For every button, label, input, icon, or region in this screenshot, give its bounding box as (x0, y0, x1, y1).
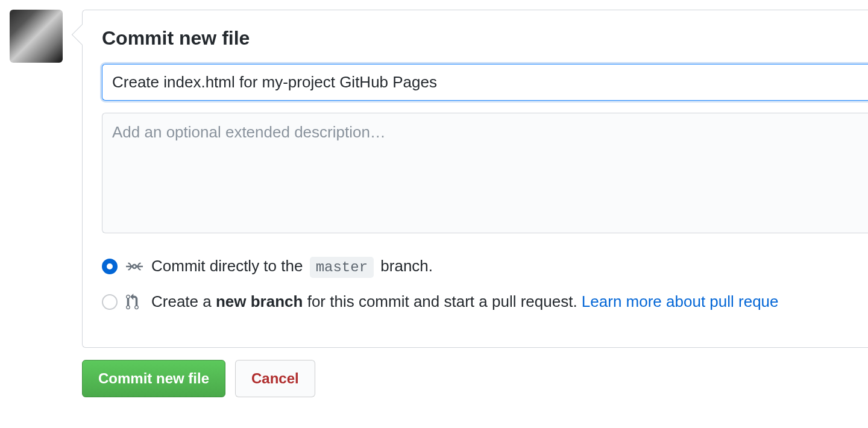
opt-nb-t2: for this commit and start a pull request… (303, 292, 581, 310)
svg-rect-2 (126, 265, 131, 266)
git-pull-request-icon (126, 294, 143, 310)
commit-panel: Commit new file Commit directly to the (82, 10, 868, 348)
cancel-button[interactable]: Cancel (235, 360, 315, 397)
learn-more-link[interactable]: Learn more about pull reque (582, 292, 779, 310)
opt-nb-t1: Create a (151, 292, 216, 310)
panel-title: Commit new file (102, 27, 868, 49)
radio-checked-icon[interactable] (102, 259, 118, 274)
branch-name-badge: master (310, 257, 374, 278)
option-commit-direct[interactable]: Commit directly to the master branch. (102, 257, 868, 275)
svg-point-1 (133, 265, 136, 268)
radio-unchecked-icon[interactable] (102, 294, 118, 310)
opt-nb-bold: new branch (216, 292, 303, 310)
opt-direct-prefix: Commit directly to the (151, 257, 303, 275)
git-commit-icon (126, 258, 143, 275)
option-new-branch[interactable]: Create a new branch for this commit and … (102, 292, 868, 311)
opt-direct-suffix: branch. (380, 257, 433, 275)
commit-button[interactable]: Commit new file (82, 360, 225, 397)
svg-rect-3 (137, 265, 143, 266)
commit-summary-input[interactable] (102, 64, 868, 101)
commit-description-input[interactable] (102, 113, 868, 233)
avatar[interactable] (10, 10, 63, 63)
